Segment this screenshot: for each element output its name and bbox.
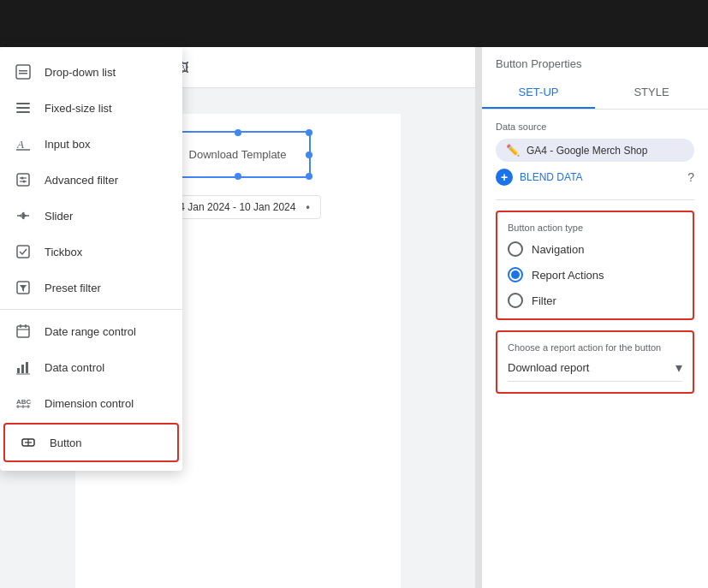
blend-label: BLEND DATA bbox=[520, 171, 583, 183]
svg-point-12 bbox=[23, 181, 26, 183]
data-source-row[interactable]: ✏️ GA4 - Google Merch Shop bbox=[496, 139, 694, 162]
menu-label: Advanced filter bbox=[45, 174, 118, 187]
panel-title: Button Properties bbox=[482, 47, 708, 70]
svg-rect-5 bbox=[16, 111, 30, 113]
resize-handle-br[interactable] bbox=[306, 173, 312, 180]
svg-rect-18 bbox=[17, 326, 29, 337]
download-template-label: Download Template bbox=[189, 148, 287, 161]
dimension-control-icon: ABC bbox=[14, 394, 33, 413]
preset-filter-icon bbox=[14, 278, 33, 297]
fixed-size-list-icon bbox=[14, 98, 33, 117]
menu-label: Tickbox bbox=[45, 246, 82, 258]
slider-icon bbox=[14, 206, 33, 225]
svg-rect-4 bbox=[16, 107, 30, 109]
top-bar bbox=[0, 0, 708, 47]
radio-outer-filter bbox=[508, 293, 523, 308]
help-icon[interactable]: ? bbox=[687, 170, 694, 184]
radio-label-report-actions: Report Actions bbox=[532, 269, 604, 282]
svg-rect-0 bbox=[16, 65, 30, 79]
menu-label: Data control bbox=[45, 361, 104, 374]
data-source-name: GA4 - Google Merch Shop bbox=[527, 145, 647, 157]
resize-handle-tm[interactable] bbox=[235, 129, 241, 136]
pencil-icon: ✏️ bbox=[506, 144, 520, 157]
panel-title-text: Button Properties bbox=[496, 57, 581, 70]
radio-label-navigation: Navigation bbox=[532, 243, 584, 256]
radio-navigation[interactable]: Navigation bbox=[508, 241, 682, 257]
date-range-dot-menu[interactable]: • bbox=[306, 201, 309, 213]
data-control-icon bbox=[14, 358, 33, 377]
right-panel: Button Properties SET-UP STYLE Data sour… bbox=[481, 47, 708, 588]
menu-label: Slider bbox=[45, 210, 73, 223]
blend-row[interactable]: + BLEND DATA ? bbox=[496, 169, 694, 186]
choose-action-value: Download report bbox=[508, 361, 589, 374]
radio-filter[interactable]: Filter bbox=[508, 293, 682, 308]
svg-point-11 bbox=[21, 177, 24, 180]
menu-item-date-range-control[interactable]: Date range control bbox=[0, 313, 182, 349]
menu-label: Input box bbox=[45, 138, 91, 151]
date-range-icon bbox=[14, 322, 33, 341]
dropdown-arrow-icon: ▾ bbox=[675, 359, 682, 376]
download-template-button[interactable]: Download Template bbox=[165, 131, 311, 178]
plus-icon: + bbox=[496, 169, 513, 186]
choose-action-label: Choose a report action for the button bbox=[508, 342, 682, 353]
date-range-text: 4 Jan 2024 - 10 Jan 2024 bbox=[179, 201, 295, 213]
svg-rect-24 bbox=[26, 362, 28, 373]
choose-action-section: Choose a report action for the button Do… bbox=[496, 330, 694, 394]
radio-inner-report-actions bbox=[511, 270, 520, 279]
menu-label: Preset filter bbox=[45, 282, 101, 294]
menu-item-input-box[interactable]: A Input box bbox=[0, 126, 182, 162]
button-action-type-label: Button action type bbox=[508, 223, 682, 233]
menu-item-preset-filter[interactable]: Preset filter bbox=[0, 270, 182, 306]
svg-rect-2 bbox=[19, 73, 27, 74]
menu-label: Drop-down list bbox=[45, 66, 116, 79]
panel-divider bbox=[475, 47, 481, 588]
resize-handle-mr[interactable] bbox=[306, 151, 312, 158]
menu-label: Fixed-size list bbox=[45, 102, 112, 115]
menu-label: Dimension control bbox=[45, 397, 134, 410]
svg-rect-23 bbox=[21, 365, 24, 373]
menu-item-data-control[interactable]: Data control bbox=[0, 349, 182, 385]
tickbox-icon bbox=[14, 242, 33, 261]
radio-outer-navigation bbox=[508, 241, 523, 257]
menu-item-advanced-filter[interactable]: Advanced filter bbox=[0, 162, 182, 198]
divider-1 bbox=[496, 199, 694, 200]
menu-item-slider[interactable]: Slider bbox=[0, 198, 182, 234]
radio-report-actions[interactable]: Report Actions bbox=[508, 267, 682, 282]
svg-rect-1 bbox=[19, 70, 27, 72]
tab-setup[interactable]: SET-UP bbox=[482, 77, 595, 109]
menu-item-button[interactable]: Button bbox=[3, 423, 179, 462]
tab-style[interactable]: STYLE bbox=[595, 77, 708, 109]
advanced-filter-icon bbox=[14, 170, 33, 189]
data-source-label: Data source bbox=[496, 122, 694, 132]
menu-item-tickbox[interactable]: Tickbox bbox=[0, 234, 182, 270]
button-icon bbox=[19, 433, 38, 452]
svg-text:A: A bbox=[16, 138, 24, 151]
input-box-icon: A bbox=[14, 134, 33, 153]
svg-rect-8 bbox=[17, 174, 29, 186]
svg-rect-16 bbox=[17, 246, 29, 258]
resize-handle-tr[interactable] bbox=[306, 129, 312, 136]
panel-tabs: SET-UP STYLE bbox=[482, 77, 708, 110]
dropdown-list-icon bbox=[14, 62, 33, 81]
menu-label: Date range control bbox=[45, 325, 136, 338]
svg-rect-3 bbox=[16, 103, 30, 104]
svg-rect-22 bbox=[17, 368, 20, 373]
panel-body: Data source ✏️ GA4 - Google Merch Shop +… bbox=[482, 110, 708, 588]
resize-handle-bm[interactable] bbox=[235, 173, 241, 180]
menu-label: Button bbox=[50, 437, 82, 449]
radio-outer-report-actions bbox=[508, 267, 523, 282]
menu-item-fixed-size-list[interactable]: Fixed-size list bbox=[0, 90, 182, 126]
svg-text:ABC: ABC bbox=[16, 398, 31, 406]
action-type-section: Button action type Navigation Report Act… bbox=[496, 211, 694, 320]
add-control-dropdown: Drop-down list Fixed-size list A Input b… bbox=[0, 47, 182, 471]
menu-item-dropdown-list[interactable]: Drop-down list bbox=[0, 54, 182, 90]
radio-label-filter: Filter bbox=[532, 294, 556, 307]
choose-action-dropdown[interactable]: Download report ▾ bbox=[508, 359, 682, 382]
menu-item-dimension-control[interactable]: ABC Dimension control bbox=[0, 385, 182, 421]
